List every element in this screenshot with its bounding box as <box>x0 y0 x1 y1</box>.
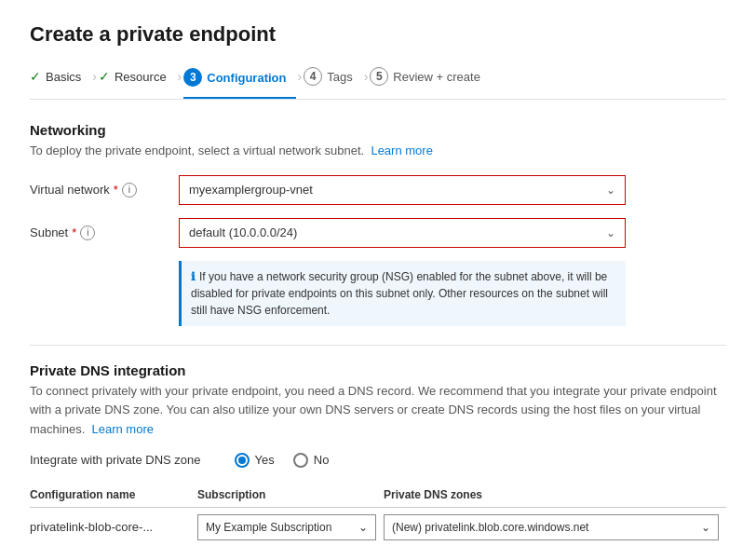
radio-yes-btn[interactable] <box>235 453 250 468</box>
step-tags-num: 4 <box>304 67 322 86</box>
radio-no-label: No <box>314 453 330 467</box>
section-divider <box>30 345 726 346</box>
required-marker: * <box>114 183 118 197</box>
radio-no[interactable]: No <box>293 453 330 468</box>
step-configuration-label: Configuration <box>207 71 286 85</box>
step-resource[interactable]: ✓ Resource <box>99 65 176 88</box>
col-header-dns: Private DNS zones <box>384 483 726 508</box>
radio-yes-label: Yes <box>255 453 275 467</box>
radio-no-btn[interactable] <box>293 453 308 468</box>
check-icon-2: ✓ <box>99 69 110 84</box>
step-review-num: 5 <box>370 67 388 86</box>
row-dns-zone-cell: (New) privatelink.blob.core.windows.net … <box>384 507 726 546</box>
subscription-value: My Example Subscription <box>206 521 331 534</box>
dns-table: Configuration name Subscription Private … <box>30 483 726 546</box>
subscription-chevron-icon: ⌄ <box>358 521 368 534</box>
virtual-network-dropdown[interactable]: myexamplergroup-vnet ⌄ <box>179 175 626 205</box>
subnet-value: default (10.0.0.0/24) <box>189 225 297 239</box>
wizard-steps: ✓ Basics › ✓ Resource › 3 Configuration … <box>30 63 726 100</box>
dns-zone-value: (New) privatelink.blob.core.windows.net <box>392 521 588 534</box>
step-review-label: Review + create <box>393 70 480 84</box>
virtual-network-label: Virtual network * i <box>30 183 179 198</box>
step-basics-label: Basics <box>46 70 81 84</box>
required-marker-2: * <box>72 225 76 239</box>
networking-title: Networking <box>30 122 726 138</box>
nsg-warning: ℹIf you have a network security group (N… <box>179 261 626 326</box>
step-divider-4: › <box>364 69 369 84</box>
dns-table-header-row: Configuration name Subscription Private … <box>30 483 726 508</box>
step-divider-2: › <box>178 69 182 84</box>
step-configuration-num: 3 <box>183 68 202 87</box>
chevron-down-icon: ⌄ <box>606 184 615 197</box>
integrate-dns-label: Integrate with private DNS zone <box>30 453 201 467</box>
integrate-dns-group: Integrate with private DNS zone Yes No <box>30 453 726 468</box>
chevron-down-icon-2: ⌄ <box>606 226 615 239</box>
col-header-subscription: Subscription <box>197 483 384 508</box>
step-review[interactable]: 5 Review + create <box>370 63 490 89</box>
row-config-name: privatelink-blob-core-... <box>30 507 197 546</box>
subnet-info-icon[interactable]: i <box>80 225 95 240</box>
virtual-network-value: myexamplergroup-vnet <box>189 183 313 197</box>
networking-learn-more-link[interactable]: Learn more <box>371 143 432 157</box>
networking-desc: To deploy the private endpoint, select a… <box>30 142 726 160</box>
subscription-dropdown[interactable]: My Example Subscription ⌄ <box>197 514 376 540</box>
step-tags-label: Tags <box>327 70 352 84</box>
info-filled-icon: ℹ <box>191 270 196 283</box>
subnet-label: Subnet * i <box>30 225 179 240</box>
page-title: Create a private endpoint <box>30 22 726 47</box>
dns-zone-dropdown[interactable]: (New) privatelink.blob.core.windows.net … <box>384 514 719 540</box>
step-basics[interactable]: ✓ Basics <box>30 65 90 88</box>
private-dns-learn-more-link[interactable]: Learn more <box>91 422 153 436</box>
virtual-network-row: Virtual network * i myexamplergroup-vnet… <box>30 175 726 205</box>
subnet-dropdown[interactable]: default (10.0.0.0/24) ⌄ <box>179 218 626 248</box>
step-configuration[interactable]: 3 Configuration <box>183 64 295 99</box>
table-row: privatelink-blob-core-... My Example Sub… <box>30 507 726 546</box>
radio-yes[interactable]: Yes <box>235 453 275 468</box>
virtual-network-info-icon[interactable]: i <box>122 183 137 198</box>
step-divider-3: › <box>298 69 303 84</box>
private-dns-desc: To connect privately with your private e… <box>30 382 726 440</box>
dns-zone-chevron-icon: ⌄ <box>701 521 710 534</box>
row-subscription-cell: My Example Subscription ⌄ <box>197 507 384 546</box>
step-tags[interactable]: 4 Tags <box>304 63 361 89</box>
private-dns-title: Private DNS integration <box>30 362 726 378</box>
step-divider-1: › <box>92 69 97 84</box>
check-icon: ✓ <box>30 69 41 84</box>
col-header-config: Configuration name <box>30 483 197 508</box>
step-resource-label: Resource <box>115 70 167 84</box>
subnet-row: Subnet * i default (10.0.0.0/24) ⌄ <box>30 218 726 248</box>
